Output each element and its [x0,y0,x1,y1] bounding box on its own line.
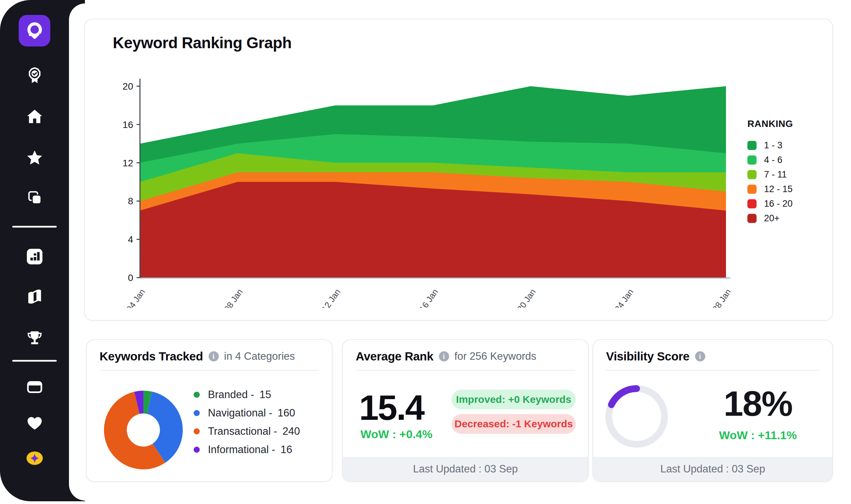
divider [356,370,575,371]
svg-text:0: 0 [128,272,133,283]
legend-dot [194,428,200,434]
sidebar-item-credits[interactable] [26,450,43,467]
legend-label: Branded - 15 [208,389,271,401]
legend-swatch [747,156,757,165]
average-rank-subtitle: for 256 Keywords [454,350,536,362]
ranking-legend-title: RANKING [747,119,832,129]
ranking-legend-item: 7 - 11 [747,167,832,182]
map-icon [26,288,43,305]
donut-legend-item: Branded - 15 [194,385,300,404]
svg-text:04 Jan: 04 Jan [124,287,147,308]
ranking-legend: RANKING 1 - 34 - 67 - 1112 - 1516 - 2020… [747,119,832,226]
keywords-donut-legend: Branded - 15Navigational - 160Transactio… [194,385,300,459]
legend-dot [194,410,200,416]
copy-icon [26,190,43,207]
legend-label: 20+ [764,213,780,224]
sidebar-item-badge[interactable] [26,67,43,84]
sidebar-item-map[interactable] [26,288,43,305]
divider [606,370,819,371]
legend-label: 7 - 11 [764,169,787,180]
svg-text:24 Jan: 24 Jan [613,287,635,308]
decreased-pill: Decreased: -1 Keywords [451,414,576,434]
svg-text:4: 4 [128,234,133,245]
rank-change-pills: Improved: +0 Keywords Decreased: -1 Keyw… [451,390,576,434]
info-icon[interactable]: i [695,351,705,361]
ranking-legend-item: 1 - 3 [747,138,832,153]
sidebar-item-billing[interactable] [26,378,43,395]
legend-swatch [747,170,757,179]
visibility-score-value: 18% [707,383,809,424]
svg-text:8: 8 [128,196,133,206]
ranking-legend-item: 4 - 6 [747,153,832,167]
sidebar-item-favorites[interactable] [26,149,43,166]
legend-dot [194,392,200,398]
keywords-tracked-title: Keywords Tracked [100,349,203,363]
svg-text:20: 20 [123,81,133,92]
app-logo-pin-icon [24,20,45,41]
svg-text:12: 12 [123,158,133,168]
svg-text:16: 16 [123,120,133,130]
improved-pill: Improved: +0 Keywords [451,390,576,409]
svg-text:08 Jan: 08 Jan [222,287,245,308]
credit-card-icon [26,378,43,395]
info-icon[interactable]: i [439,351,449,361]
legend-swatch [747,214,757,223]
donut-legend-item: Informational - 16 [194,440,300,459]
trophy-icon [26,329,43,347]
average-rank-card: Average Rank i for 256 Keywords 15.4 WoW… [342,339,589,482]
star-icon [26,149,43,167]
svg-text:28 Jan: 28 Jan [710,287,730,308]
main-panel: Keyword Ranking Graph 04812162004 Jan08 … [69,3,851,501]
svg-text:12 Jan: 12 Jan [320,287,342,308]
sidebar-divider-bottom [12,360,57,362]
ranking-legend-item: 16 - 20 [747,197,832,211]
visibility-score-footer: Last Updated : 03 Sep [593,457,832,481]
legend-label: Informational - 16 [208,444,292,456]
keyword-ranking-card: Keyword Ranking Graph 04812162004 Jan08 … [84,19,833,321]
visibility-gauge [602,381,672,451]
ranking-legend-item: 12 - 15 [747,182,832,197]
legend-swatch [747,185,757,194]
sidebar-item-analytics[interactable] [26,248,43,265]
legend-label: Navigational - 160 [208,407,295,419]
bar-chart-icon [26,248,43,265]
visibility-score-wow: WoW : +11.1% [707,429,809,442]
average-rank-title: Average Rank [356,349,433,363]
legend-label: 12 - 15 [764,184,793,195]
sidebar-item-likes[interactable] [26,415,43,432]
svg-text:16 Jan: 16 Jan [418,287,440,308]
average-rank-wow: WoW : +0.4% [361,428,432,441]
legend-dot [194,447,200,453]
legend-label: 4 - 6 [764,155,782,165]
info-icon[interactable]: i [209,351,219,361]
average-rank-value: 15.4 [359,388,424,428]
app-logo[interactable] [19,15,50,47]
legend-swatch [747,199,757,209]
coin-sparkle-icon [26,449,43,468]
svg-text:20 Jan: 20 Jan [515,287,537,308]
keyword-ranking-area-chart: 04812162004 Jan08 Jan12 Jan16 Jan20 Jan2… [119,70,730,308]
sidebar-item-achievements[interactable] [26,329,43,346]
chart-title: Keyword Ranking Graph [113,34,292,52]
visibility-score-card: Visibility Score i 18% WoW : +11.1% Last… [592,339,833,482]
sidebar-item-home[interactable] [26,108,43,125]
average-rank-footer: Last Updated : 03 Sep [343,457,588,481]
home-icon [26,108,43,125]
ranking-legend-item: 20+ [747,211,832,226]
legend-label: 1 - 3 [764,140,782,151]
sidebar-item-copy[interactable] [26,190,43,207]
visibility-score-title: Visibility Score [606,349,690,363]
donut-legend-item: Transactional - 240 [194,422,300,440]
badge-check-icon [26,67,43,84]
keywords-tracked-subtitle: in 4 Categories [224,350,295,362]
sidebar-divider-top [12,226,57,228]
heart-icon [26,414,43,432]
legend-label: Transactional - 240 [208,425,300,437]
keywords-donut-chart [101,388,186,472]
donut-legend-item: Navigational - 160 [194,404,300,422]
divider [100,370,319,371]
legend-swatch [747,141,757,150]
keywords-tracked-card: Keywords Tracked i in 4 Categories Brand… [86,339,333,482]
legend-label: 16 - 20 [764,199,793,209]
